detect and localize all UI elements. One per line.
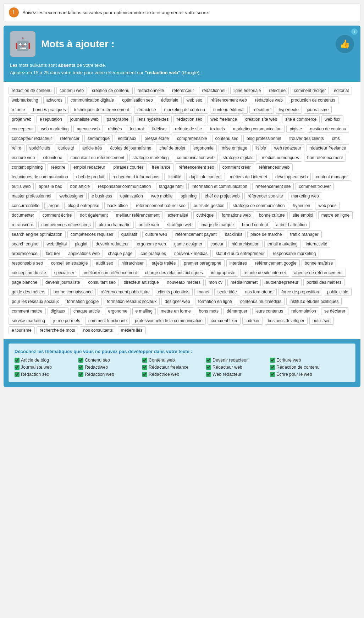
tag[interactable]: concurrentielle xyxy=(9,202,43,210)
tag[interactable]: e réputation xyxy=(36,115,65,123)
tag[interactable]: documenter xyxy=(9,211,37,219)
tag[interactable]: recherche d informations xyxy=(109,173,162,181)
checkbox-item[interactable]: Rédactrice web xyxy=(142,372,206,377)
tag[interactable]: contenu web xyxy=(56,87,87,94)
tag[interactable]: conception du site xyxy=(9,269,49,277)
tag[interactable]: duplicate content xyxy=(186,173,225,181)
tag[interactable]: applications web xyxy=(65,250,103,258)
checkbox-item[interactable]: Ecriture web xyxy=(270,358,334,363)
tag[interactable]: création de contenu xyxy=(89,87,132,94)
tag[interactable]: compréhensible xyxy=(174,135,210,142)
tag[interactable]: paragraphe xyxy=(104,115,132,123)
tag[interactable]: je me permets xyxy=(50,317,83,325)
tag[interactable]: production de contenus xyxy=(288,96,338,104)
tag[interactable]: lectorat xyxy=(127,125,147,133)
tag[interactable]: codeur xyxy=(207,240,227,248)
tag[interactable]: contenu seo xyxy=(212,135,242,142)
tag[interactable]: optimisation seo xyxy=(119,96,156,104)
tag[interactable]: comment fonctionne xyxy=(85,317,130,325)
tag[interactable]: communication web xyxy=(174,154,218,162)
tag[interactable]: référencer son site xyxy=(244,192,286,200)
tag[interactable]: refonte xyxy=(9,106,28,114)
tag[interactable]: outils web xyxy=(9,183,34,190)
tag[interactable]: comment mettre xyxy=(9,307,46,315)
checkbox-input[interactable] xyxy=(78,372,83,377)
tag[interactable]: statut d auto entrepreneur xyxy=(213,250,268,258)
tag[interactable]: sujets traités xyxy=(149,259,179,267)
tag[interactable]: formation google xyxy=(64,298,102,305)
tag[interactable]: retranscrire xyxy=(9,221,37,229)
tag[interactable]: site e commerce xyxy=(282,115,320,123)
tag[interactable]: facturer xyxy=(43,250,64,258)
tag[interactable]: conseil en stratégie xyxy=(48,259,91,267)
tag[interactable]: portail des métiers xyxy=(303,278,344,286)
checkbox-input[interactable] xyxy=(206,358,211,363)
tag[interactable]: email marketing xyxy=(264,240,301,248)
tag[interactable]: master professionnel xyxy=(9,192,54,200)
tag[interactable]: ecriture web xyxy=(9,154,38,162)
tag[interactable]: premier paragraphe xyxy=(181,259,224,267)
tag[interactable]: recherche de mots xyxy=(37,326,78,334)
tag[interactable]: mon cv xyxy=(205,278,226,286)
tag[interactable]: concepteur rédacteur xyxy=(9,135,55,142)
checkbox-input[interactable] xyxy=(206,372,211,377)
tag[interactable]: concepteur xyxy=(9,125,36,133)
tag[interactable]: digitaux xyxy=(48,307,68,315)
tag[interactable]: bon article xyxy=(67,183,93,190)
tag[interactable]: mettre en forme xyxy=(158,307,194,315)
tag[interactable]: métiers de l internet xyxy=(227,173,270,181)
tag[interactable]: web paris xyxy=(315,202,340,210)
tag[interactable]: référencement naturel seo xyxy=(133,202,189,210)
tag[interactable]: arborescence xyxy=(9,250,41,258)
tag[interactable]: comment rédiger xyxy=(291,87,329,94)
tag[interactable]: responsable seo xyxy=(9,259,46,267)
checkbox-input[interactable] xyxy=(15,372,20,377)
tag[interactable]: hypertexte xyxy=(276,106,302,114)
tag[interactable]: éditoriale xyxy=(158,96,182,104)
tag[interactable]: rédactionnelle xyxy=(134,87,167,94)
tag[interactable]: nouveaux métiers xyxy=(164,278,204,286)
tag[interactable]: culture web xyxy=(142,231,170,238)
tag[interactable]: journaliste web xyxy=(67,115,102,123)
tag[interactable]: e mailing xyxy=(132,307,156,315)
tag[interactable]: lisibilité xyxy=(164,173,184,181)
tag[interactable]: infographiste xyxy=(208,269,239,277)
tag[interactable]: hiérarchisation xyxy=(228,240,263,248)
tag[interactable]: refonte de site internet xyxy=(240,269,289,277)
tag[interactable]: phrases courtes xyxy=(110,163,147,171)
tag[interactable]: marketing web xyxy=(288,192,322,200)
tag[interactable]: création site web xyxy=(242,115,280,123)
tag[interactable]: référencement publicitaire xyxy=(98,288,153,296)
tag[interactable]: directeur artistique xyxy=(121,278,162,286)
tag[interactable]: consultant en référencement xyxy=(67,154,127,162)
tag[interactable]: curiosité xyxy=(55,144,77,152)
tag[interactable]: information et communication xyxy=(188,183,250,190)
tag[interactable]: chargé des relations publiques xyxy=(142,269,206,277)
tag[interactable]: intertitres xyxy=(226,259,250,267)
tag[interactable]: webmarketing xyxy=(9,96,42,104)
tag[interactable]: cas pratiques xyxy=(138,250,169,258)
tag[interactable]: blog d entreprise xyxy=(64,202,102,210)
tag[interactable]: nos formateurs xyxy=(242,288,277,296)
tag[interactable]: référencement seo xyxy=(176,163,217,171)
tag[interactable]: médias numériques xyxy=(259,154,302,162)
checkbox-item[interactable]: Rédacteur freelance xyxy=(142,365,206,370)
tag[interactable]: seule idée xyxy=(214,288,240,296)
tag[interactable]: web freelance xyxy=(207,115,240,123)
tag[interactable]: stratégie digitale xyxy=(220,154,257,162)
tag[interactable]: rédacteur freelance xyxy=(306,144,349,152)
tag[interactable]: textuels xyxy=(207,125,228,133)
tag[interactable]: qualitatif xyxy=(118,231,140,238)
tag[interactable]: ergonomie xyxy=(190,144,217,152)
tag[interactable]: web digital xyxy=(43,240,70,248)
tag[interactable]: comment trouver xyxy=(296,183,334,190)
tag[interactable]: hyperlien xyxy=(290,202,314,210)
checkbox-input[interactable] xyxy=(142,365,147,370)
tag[interactable]: techniques de communication xyxy=(9,173,71,181)
tag[interactable]: responsable marketing xyxy=(270,250,319,258)
tag[interactable]: cvthèque xyxy=(193,211,217,219)
tag[interactable]: clients potentiels xyxy=(155,288,193,296)
tag[interactable]: audit seo xyxy=(93,259,116,267)
tag[interactable]: attirer l attention xyxy=(273,221,310,229)
tag[interactable]: alexandra martin xyxy=(95,221,133,229)
